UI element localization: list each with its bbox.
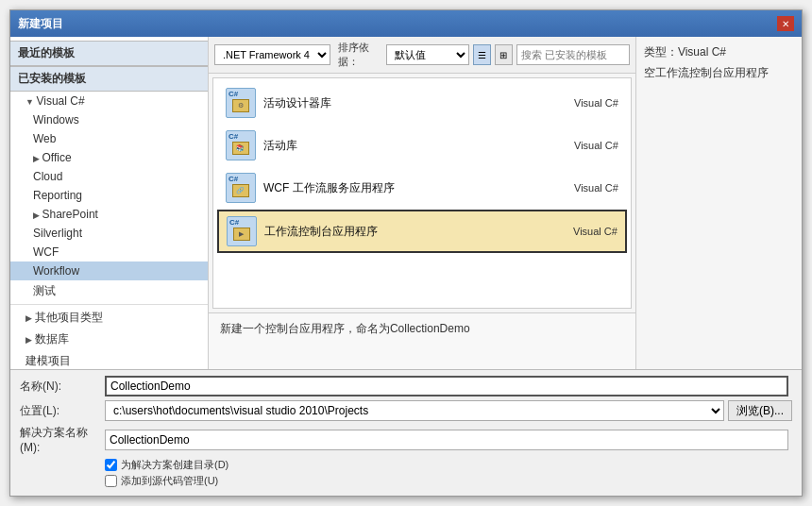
- tree-item-silverlight[interactable]: Silverlight: [10, 224, 208, 243]
- checkbox2-row: 添加到源代码管理(U): [20, 474, 792, 488]
- activity-designer-lang: Visual C#: [562, 97, 618, 109]
- toolbar: .NET Framework 4 排序依据： 默认值 ☰ ⊞: [209, 37, 635, 74]
- workflow-console-name: 工作流控制台应用程序: [264, 224, 561, 240]
- activity-lib-icon: C# 📚: [226, 130, 256, 160]
- template-item-wcf-workflow[interactable]: C# 🔗 WCF 工作流服务应用程序 Visual C#: [217, 167, 627, 209]
- browse-button[interactable]: 浏览(B)...: [728, 400, 792, 421]
- tree-item-windows[interactable]: Windows: [10, 110, 208, 129]
- name-input[interactable]: [105, 376, 788, 396]
- icon-view-button[interactable]: ⊞: [495, 44, 513, 65]
- left-panel: 最近的模板 已安装的模板 Visual C# Windows Web Offic…: [10, 37, 209, 369]
- location-row: 位置(L): c:\users\hot\documents\visual stu…: [20, 400, 792, 421]
- solution-row: 解决方案名称(M):: [20, 425, 792, 454]
- center-panel: .NET Framework 4 排序依据： 默认值 ☰ ⊞ C: [209, 37, 635, 369]
- name-row: 名称(N):: [20, 376, 792, 396]
- description-text: 新建一个控制台应用程序，命名为CollectionDemo: [220, 322, 470, 335]
- installed-templates-header: 已安装的模板: [10, 66, 208, 92]
- framework-select[interactable]: .NET Framework 4: [214, 44, 330, 65]
- workflow-console-lang: Visual C#: [561, 226, 617, 237]
- activity-designer-icon: C# ⚙: [226, 88, 256, 118]
- tree-item-test[interactable]: 测试: [10, 280, 208, 302]
- dialog-title: 新建项目: [18, 16, 63, 32]
- template-item-workflow-console[interactable]: C# ▶ 工作流控制台应用程序 Visual C#: [217, 210, 627, 253]
- close-button[interactable]: ✕: [777, 16, 794, 31]
- template-list: C# ⚙ 活动设计器库 Visual C# C#: [212, 77, 632, 309]
- search-input[interactable]: [516, 44, 630, 65]
- tree-item-cloud[interactable]: Cloud: [10, 167, 208, 186]
- create-directory-label: 为解决方案创建目录(D): [121, 458, 228, 472]
- sort-select[interactable]: 默认值: [386, 44, 468, 65]
- tree-divider: [10, 304, 208, 305]
- solution-label: 解决方案名称(M):: [20, 425, 105, 454]
- recent-templates-header: 最近的模板: [10, 41, 208, 66]
- tree-item-wcf[interactable]: WCF: [10, 243, 208, 261]
- bottom-form: 名称(N): 位置(L): c:\users\hot\documents\vis…: [10, 369, 802, 496]
- new-project-dialog: 新建项目 ✕ 最近的模板 已安装的模板 Visual C# Windows We…: [9, 9, 803, 497]
- tree-item-office[interactable]: Office: [10, 148, 208, 167]
- description-area: 新建一个控制台应用程序，命名为CollectionDemo: [209, 312, 635, 369]
- sort-label: 排序依据：: [338, 41, 382, 69]
- activity-designer-name: 活动设计器库: [263, 95, 562, 111]
- wcf-workflow-lang: Visual C#: [562, 182, 618, 194]
- activity-lib-lang: Visual C#: [562, 140, 618, 151]
- search-box: [516, 44, 630, 65]
- checkbox1-row: 为解决方案创建目录(D): [20, 458, 792, 472]
- location-select[interactable]: c:\users\hot\documents\visual studio 201…: [105, 400, 724, 421]
- tree-item-web[interactable]: Web: [10, 129, 208, 148]
- tree-item-reporting[interactable]: Reporting: [10, 186, 208, 205]
- workflow-console-icon: C# ▶: [227, 216, 257, 246]
- type-description: 空工作流控制台应用程序: [644, 64, 794, 81]
- list-view-button[interactable]: ☰: [473, 44, 491, 65]
- template-item-activity-designer[interactable]: C# ⚙ 活动设计器库 Visual C#: [217, 82, 627, 124]
- activity-lib-name: 活动库: [263, 138, 562, 154]
- template-item-activity-lib[interactable]: C# 📚 活动库 Visual C#: [217, 125, 627, 166]
- tree-item-other[interactable]: 其他项目类型: [10, 307, 208, 329]
- name-label: 名称(N):: [20, 379, 105, 395]
- tree-item-database[interactable]: 数据库: [10, 329, 208, 350]
- source-control-label: 添加到源代码管理(U): [121, 474, 218, 488]
- tree-item-sharepoint[interactable]: SharePoint: [10, 205, 208, 224]
- location-label: 位置(L):: [20, 403, 105, 419]
- tree-item-model[interactable]: 建模项目: [10, 350, 208, 369]
- create-directory-checkbox[interactable]: [105, 459, 117, 471]
- wcf-workflow-name: WCF 工作流服务应用程序: [263, 180, 562, 196]
- right-panel: 类型：Visual C# 空工作流控制台应用程序: [635, 37, 802, 369]
- tree-item-workflow[interactable]: Workflow: [10, 261, 208, 280]
- dialog-body: 最近的模板 已安装的模板 Visual C# Windows Web Offic…: [10, 37, 802, 369]
- tree-item-visual-csharp[interactable]: Visual C#: [10, 92, 208, 110]
- wcf-workflow-icon: C# 🔗: [226, 173, 256, 203]
- solution-input[interactable]: [105, 430, 788, 450]
- title-bar: 新建项目 ✕: [10, 10, 802, 37]
- source-control-checkbox[interactable]: [105, 475, 117, 487]
- type-label: 类型：Visual C#: [644, 44, 794, 60]
